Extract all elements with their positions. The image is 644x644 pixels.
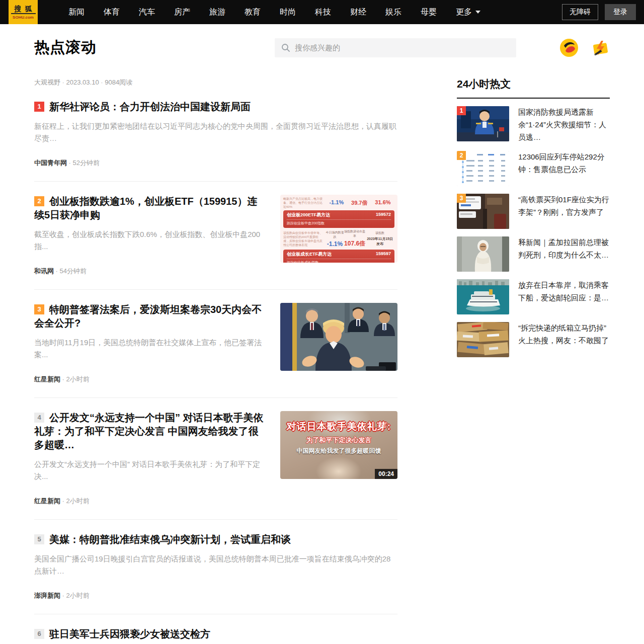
hot-item-title[interactable]: “高铁票买到01F座位实为行李架”？刚刚，官方发声了 [518, 194, 610, 229]
news-snippet: 截至收盘，创业板成长指数下跌0.6%，创业板指数、创业板中盘200指... [34, 228, 267, 253]
hot-item-title[interactable]: 国家消防救援局透露新余“1·24”火灾救援细节：人员逃… [518, 106, 610, 143]
hot-item-1[interactable]: 1 国家消防救援局透露新余“1·24”火灾救援细节：人员逃… [457, 106, 610, 143]
news-title-text: 公开发文“永远支持一个中国” 对话日本歌手美依礼芽：为了和平下定决心发言 中国网… [34, 412, 264, 450]
cruise-ship-illustration [457, 279, 509, 314]
hot-item-title[interactable]: “拆完快递的纸箱立马扔掉”火上热搜，网友：不敢囤了 [518, 322, 610, 357]
hot-item-3[interactable]: 3 “高铁票买到01F座位实为行李架”？刚刚，官方发声了 [457, 194, 610, 229]
etf-label: 该指数 [365, 231, 394, 235]
nav-item-sports[interactable]: 体育 [94, 0, 129, 24]
trump-photo-illustration [280, 303, 397, 371]
news-title-text: 美媒：特朗普批准结束俄乌冲突新计划，尝试重启和谈 [49, 534, 291, 545]
chevron-down-icon [475, 11, 480, 14]
news-title[interactable]: 5美媒：特朗普批准结束俄乌冲突新计划，尝试重启和谈 [34, 533, 397, 546]
news-snippet: 当地时间11月19日，美国总统特朗普在社交媒体上宣布，他已签署法案... [34, 337, 267, 361]
nav-menu: 新闻 体育 汽车 房产 旅游 教育 时尚 科技 财经 娱乐 母婴 更多 [59, 0, 490, 24]
page-title: 热点滚动 [34, 37, 97, 58]
hot-item-6[interactable]: “拆完快递的纸箱立马扔掉”火上热搜，网友：不敢囤了 [457, 322, 610, 357]
etf-banner-2: 创业板成长ETF易方达159597 跟踪创业板成长指数 [283, 250, 394, 263]
etf-stat: 31.6% [375, 199, 390, 207]
hot-item-title[interactable]: 释新闻｜孟加拉国前总理被判死刑，印度为什么不太… [518, 236, 610, 272]
nav-more-label: 更多 [456, 0, 472, 24]
news-title-text: 创业板指数跌逾1%，创业板ETF（159915）连续5日获净申购 [34, 196, 257, 220]
login-button[interactable]: 登录 [605, 4, 636, 20]
news-list: 大观视野2023.03.109084阅读 1新华社评论员：合力开创法治中国建设新… [34, 71, 397, 644]
news-footer: 中国青年网52分钟前 [34, 144, 397, 168]
sidebar-heading: 24小时热文 [457, 71, 610, 99]
hot-thumbnail-cruise-ship[interactable] [457, 279, 509, 314]
etf-note: 该指数由创业板中市值中等、流动性较好的200只股票组成，反映创业板市场中盘代表性… [283, 231, 323, 247]
news-source[interactable]: 红星新闻 [34, 497, 60, 505]
nav-item-news[interactable]: 新闻 [59, 0, 94, 24]
nav-item-more[interactable]: 更多 [446, 0, 490, 24]
news-item-4: 4公开发文“永远支持一个中国” 对话日本歌手美依礼芽：为了和平下定决心发言 中国… [34, 398, 397, 520]
etf-stat: 39.7倍 [351, 199, 367, 207]
news-title[interactable]: 2创业板指数跌逾1%，创业板ETF（159915）连续5日获净申购 [34, 195, 267, 222]
news-title[interactable]: 1新华社评论员：合力开创法治中国建设新局面 [34, 100, 397, 114]
hot-thumbnail-train-interior[interactable]: 3 [457, 194, 509, 229]
etf-note: 略新兴产业占比较高，电力设备、通信、电子行业合计占比近60% [283, 197, 323, 209]
rank-badge: 6 [34, 629, 44, 639]
rank-badge: 3 [34, 304, 44, 314]
rank-badge: 4 [34, 413, 44, 423]
video-caption-line: 中国网友给我发了很多超暖回馈 [280, 447, 397, 455]
etf-banner-1: 创业板200ETF易方达159572 跟踪创业板中盘200指数 [283, 210, 394, 228]
news-time: 54分钟前 [54, 267, 87, 275]
nav-item-travel[interactable]: 旅游 [200, 0, 235, 24]
hot-thumbnail-fire-official[interactable]: 1 [457, 106, 509, 141]
hot-thumbnail-hasina[interactable] [457, 236, 509, 272]
news-source[interactable]: 中国青年网 [34, 159, 67, 167]
sohu-fox-icon[interactable] [559, 38, 579, 57]
video-caption-line: 为了和平下定决心发言 [280, 436, 397, 445]
news-source[interactable]: 和讯网 [34, 267, 54, 275]
nav-item-realestate[interactable]: 房产 [165, 0, 200, 24]
news-item-1: 1新华社评论员：合力开创法治中国建设新局面 新征程上，让我们更加紧密地团结在以习… [34, 87, 397, 182]
etf-fund-code: 159572 [376, 212, 391, 218]
header-icons [559, 38, 610, 57]
meta-date: 2023.03.10 [60, 78, 99, 86]
nav-item-baby[interactable]: 母婴 [411, 0, 446, 24]
sohu-logo-cn: 搜狐 [11, 5, 36, 15]
news-title[interactable]: 3特朗普签署法案后，爱泼斯坦案卷宗30天内会不会全公开? [34, 303, 267, 330]
rank-badge: 5 [34, 534, 44, 544]
nav-item-tech[interactable]: 科技 [305, 0, 341, 24]
news-thumbnail-trump-photo[interactable] [280, 303, 397, 371]
news-thumbnail-video[interactable]: 对话日本歌手美依礼芽: 为了和平下定决心发言 中国网友给我发了很多超暖回馈 00… [280, 411, 397, 479]
search-input[interactable] [295, 43, 506, 52]
news-footer: 红星新闻2小时前 [34, 361, 267, 384]
news-title[interactable]: 4公开发文“永远支持一个中国” 对话日本歌手美依礼芽：为了和平下定决心发言 中国… [34, 411, 267, 452]
news-title-text: 驻日美军士兵因猥亵少女被送交检方 [49, 628, 210, 639]
cardboard-boxes-illustration [457, 322, 509, 357]
hot-item-5[interactable]: 放弃在日本靠岸，取消乘客下船，爱达邮轮回应：是… [457, 279, 610, 314]
quick-post-lightning-icon[interactable] [591, 38, 610, 57]
news-snippet: 新征程上，让我们更加紧密地团结在以习近平同志为核心的党中央周围，全面贯彻习近平法… [34, 120, 397, 144]
search-box[interactable] [275, 38, 516, 57]
top-nav: 搜狐 SOHU.com 新闻 体育 汽车 房产 旅游 教育 时尚 科技 财经 娱… [0, 0, 644, 24]
accessibility-button[interactable]: 无障碍 [562, 4, 598, 20]
sohu-logo-en: SOHU.com [13, 15, 34, 20]
news-source[interactable]: 红星新闻 [34, 375, 60, 383]
hot-item-2[interactable]: 2 12306回应列车停站292分钟：售票信息已公示 [457, 151, 610, 186]
hot-thumbnail-timetable[interactable]: 2 [457, 151, 509, 186]
news-item-5: 5美媒：特朗普批准结束俄乌冲突新计划，尝试重启和谈 美国全国广播公司19日晚援引… [34, 520, 397, 614]
nav-item-auto[interactable]: 汽车 [129, 0, 165, 24]
content: 大观视野2023.03.109084阅读 1新华社评论员：合力开创法治中国建设新… [0, 71, 644, 644]
rank-badge: 2 [34, 196, 44, 206]
former-pm-illustration [457, 236, 509, 272]
news-title[interactable]: 6驻日美军士兵因猥亵少女被送交检方 [34, 627, 397, 641]
etf-stat: -1.1% [329, 199, 344, 207]
news-time: 52分钟前 [67, 159, 100, 167]
nav-item-entertainment[interactable]: 娱乐 [376, 0, 411, 24]
hot-rank-badge: 2 [457, 151, 466, 160]
hot-item-title[interactable]: 12306回应列车停站292分钟：售票信息已公示 [518, 151, 610, 186]
news-source[interactable]: 澎湃新闻 [34, 592, 60, 599]
hot-thumbnail-cardboard-boxes[interactable] [457, 322, 509, 357]
news-title-text: 特朗普签署法案后，爱泼斯坦案卷宗30天内会不会全公开? [34, 304, 262, 329]
etf-fund-name: 创业板200ETF易方达 [287, 212, 330, 218]
hot-item-title[interactable]: 放弃在日本靠岸，取消乘客下船，爱达邮轮回应：是… [518, 279, 610, 314]
nav-item-fashion[interactable]: 时尚 [270, 0, 305, 24]
sohu-logo[interactable]: 搜狐 SOHU.com [9, 0, 38, 24]
nav-item-education[interactable]: 教育 [235, 0, 270, 24]
hot-item-4[interactable]: 释新闻｜孟加拉国前总理被判死刑，印度为什么不太… [457, 236, 610, 272]
news-thumbnail-etf-card[interactable]: 略新兴产业占比较高，电力设备、通信、电子行业合计占比近60% -1.1% 39.… [280, 195, 397, 263]
nav-item-finance[interactable]: 财经 [341, 0, 376, 24]
